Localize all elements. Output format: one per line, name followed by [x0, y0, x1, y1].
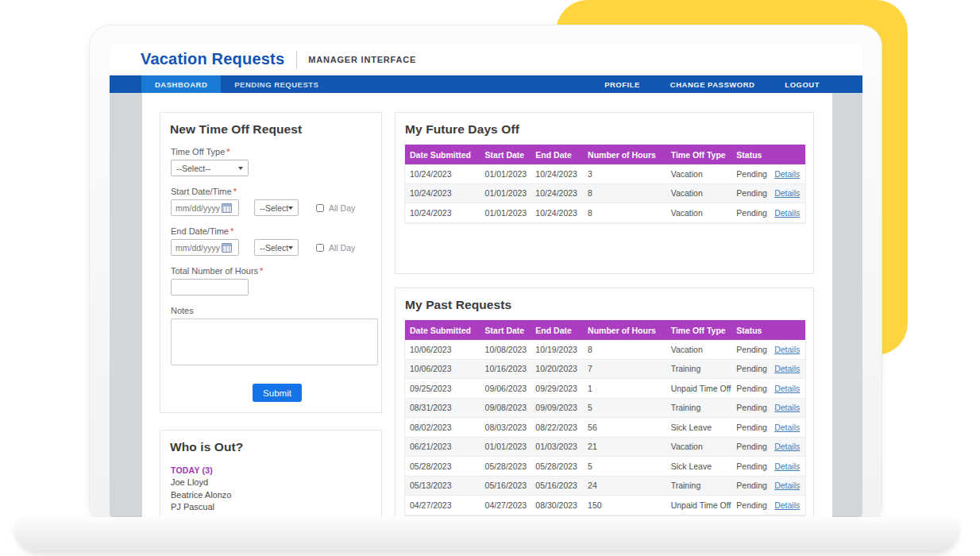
time-off-type-select[interactable]: --Select--: [171, 160, 249, 176]
details-cell: Details: [770, 169, 805, 179]
table-row: 08/31/202309/08/202309/09/20235TrainingP…: [405, 399, 805, 419]
details-link[interactable]: Details: [774, 169, 800, 179]
details-link[interactable]: Details: [774, 423, 800, 432]
column-header: Status: [731, 326, 770, 335]
details-link[interactable]: Details: [774, 345, 800, 354]
cell: 5: [583, 461, 666, 471]
start-date-input[interactable]: [172, 203, 221, 213]
cell: 08/02/2023: [405, 423, 480, 432]
total-hours-label: Total Number of Hours*: [171, 266, 381, 276]
column-header: Start Date: [480, 326, 531, 335]
submit-button[interactable]: Submit: [253, 384, 302, 402]
cell: 04/27/2023: [405, 500, 480, 510]
page-canvas: Vacation Requests MANAGER INTERFACE DASH…: [0, 0, 980, 556]
cell: Pending: [731, 481, 770, 490]
table-row: 06/21/202301/01/202301/03/202321Vacation…: [405, 438, 805, 458]
details-cell: Details: [770, 364, 805, 373]
details-link[interactable]: Details: [774, 188, 800, 198]
cell: 8: [583, 208, 666, 218]
cell: 09/08/2023: [480, 403, 531, 412]
column-header: Date Submitted: [405, 150, 480, 160]
cell: Pending: [731, 461, 770, 471]
new-time-off-request-card: New Time Off Request Time Off Type* --Se…: [160, 112, 382, 413]
column-header: Number of Hours: [583, 150, 666, 160]
nav-links: PROFILE CHANGE PASSWORD LOGOUT: [604, 75, 862, 93]
notes-textarea[interactable]: [171, 319, 378, 365]
cell: 05/28/2023: [405, 461, 480, 471]
total-hours-input[interactable]: [171, 279, 249, 295]
details-link[interactable]: Details: [774, 208, 800, 218]
details-link[interactable]: Details: [774, 384, 800, 393]
cell: Unpaid Time Off: [666, 500, 732, 510]
cell: Pending: [731, 208, 770, 218]
start-date-field: [171, 199, 239, 216]
details-link[interactable]: Details: [774, 481, 800, 490]
cell: 04/27/2023: [480, 500, 531, 510]
table-row: 04/27/202304/27/202308/30/2023150Unpaid …: [405, 496, 805, 515]
cell: 10/06/2023: [405, 345, 480, 354]
laptop-screen: Vacation Requests MANAGER INTERFACE DASH…: [110, 44, 862, 520]
cell: Pending: [731, 423, 770, 432]
chevron-down-icon: [288, 246, 293, 249]
tab-dashboard[interactable]: DASHBOARD: [141, 75, 221, 93]
table-row: 10/24/202301/01/202310/24/20238VacationP…: [405, 203, 805, 223]
cell: 01/01/2023: [480, 169, 531, 179]
nav-profile[interactable]: PROFILE: [604, 80, 640, 89]
column-header: End Date: [531, 150, 583, 160]
end-all-day-checkbox[interactable]: [316, 244, 324, 252]
page-title: Vacation Requests: [141, 50, 284, 68]
chevron-down-icon: [288, 207, 293, 210]
table-row: 10/06/202310/16/202310/20/20237TrainingP…: [405, 360, 805, 380]
start-time-select[interactable]: --Select--: [254, 199, 299, 216]
app-header: Vacation Requests MANAGER INTERFACE: [110, 44, 862, 75]
cell: Sick Leave: [666, 423, 732, 432]
end-date-field: [171, 239, 239, 256]
tab-pending-requests[interactable]: PENDING REQUESTS: [221, 75, 332, 93]
who-today-label: TODAY (3): [171, 465, 381, 475]
column-header: Time Off Type: [666, 326, 732, 335]
column-header: Status: [731, 150, 770, 160]
who-name: Beatrice Alonzo: [171, 489, 381, 502]
calendar-icon[interactable]: [222, 203, 232, 213]
cell: 150: [583, 500, 666, 510]
cell: 5: [583, 403, 666, 412]
column-header: Time Off Type: [666, 150, 732, 160]
cell: 01/03/2023: [531, 442, 583, 451]
table-row: 10/24/202301/01/202310/24/20238VacationP…: [405, 184, 805, 204]
table-row: 05/13/202305/16/202305/16/202324Training…: [405, 477, 805, 496]
cell: Pending: [731, 169, 770, 179]
header-divider: [296, 51, 297, 68]
cell: Pending: [731, 188, 770, 198]
cell: Vacation: [666, 208, 732, 218]
cell: 8: [583, 345, 666, 354]
cell: Pending: [731, 403, 770, 412]
cell: 7: [583, 364, 666, 373]
nav-logout[interactable]: LOGOUT: [785, 80, 820, 89]
cell: 01/01/2023: [480, 442, 531, 451]
column-header: Number of Hours: [583, 326, 666, 335]
end-date-input[interactable]: [172, 243, 221, 253]
end-time-select[interactable]: --Select--: [254, 239, 299, 256]
cell: Pending: [731, 345, 770, 354]
table-row: 10/06/202310/08/202310/19/20238VacationP…: [405, 340, 805, 360]
details-cell: Details: [770, 403, 805, 412]
who-name: PJ Pascual: [171, 501, 381, 514]
nav-change-password[interactable]: CHANGE PASSWORD: [670, 80, 755, 89]
calendar-icon[interactable]: [222, 243, 232, 253]
details-link[interactable]: Details: [774, 461, 800, 471]
details-link[interactable]: Details: [774, 403, 800, 412]
start-all-day-checkbox[interactable]: [316, 204, 324, 212]
details-cell: Details: [770, 345, 805, 354]
details-link[interactable]: Details: [774, 364, 800, 373]
page-subtitle: MANAGER INTERFACE: [308, 55, 416, 64]
cell: 10/19/2023: [531, 345, 583, 354]
details-link[interactable]: Details: [774, 442, 800, 451]
column-header: End Date: [531, 326, 583, 335]
cell: Pending: [731, 442, 770, 451]
details-link[interactable]: Details: [774, 500, 800, 510]
details-cell: Details: [770, 481, 805, 490]
cell: 09/09/2023: [531, 403, 583, 412]
form-heading: New Time Off Request: [170, 122, 381, 137]
future-days-off-heading: My Future Days Off: [405, 122, 813, 137]
table-header-row: Date SubmittedStart DateEnd DateNumber o…: [405, 320, 805, 340]
